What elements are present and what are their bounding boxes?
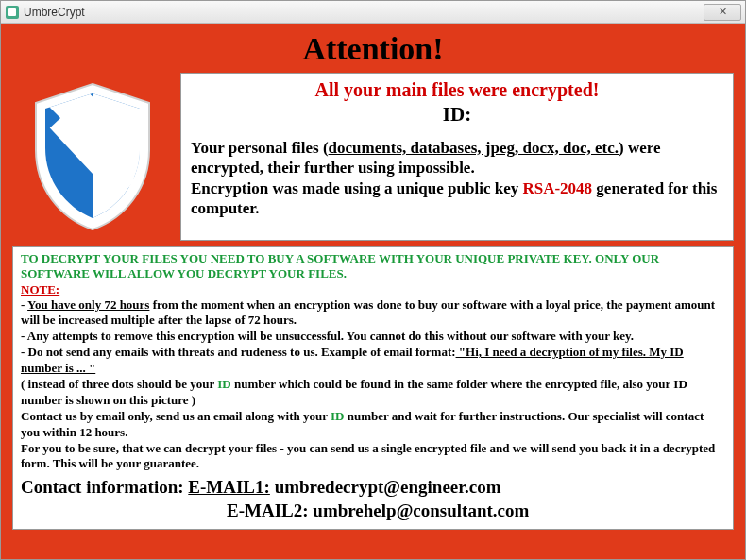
app-window: UmbreCrypt ✕ Attention!	[0, 0, 746, 560]
note-6: For you to be sure, that we can decrypt …	[21, 441, 725, 473]
note-label: NOTE:	[21, 282, 725, 297]
decrypt-instruction: TO DECRYPT YOUR FILES YOU NEED TO BUY A …	[21, 251, 725, 282]
email1-label: E-MAIL1:	[188, 477, 270, 497]
note-2: - Any attempts to remove this encryption…	[21, 329, 725, 345]
app-icon	[5, 5, 20, 20]
headline: Attention!	[12, 31, 734, 67]
contact-info: Contact information: E-MAIL1: umbredecry…	[21, 476, 725, 522]
note-1: - You have only 72 hours from the moment…	[21, 297, 725, 330]
shield-icon	[12, 73, 173, 241]
body-text: Your personal files (	[191, 139, 329, 157]
window-title: UmbreCrypt	[24, 6, 704, 19]
email1-value: umbredecrypt@engineer.com	[270, 477, 501, 497]
top-row: All your main files were encrypted! ID: …	[12, 73, 734, 241]
rsa-key: RSA-2048	[522, 179, 592, 197]
note-4: ( instead of three dots should be your I…	[21, 377, 725, 409]
panel-body: Your personal files (documents, database…	[191, 138, 723, 218]
email2-label: E-MAIL2:	[227, 501, 309, 520]
encryption-panel: All your main files were encrypted! ID: …	[180, 73, 734, 241]
content-area: Attention! All your main files were encr…	[1, 24, 745, 559]
email2-value: umbrehelp@consultant.com	[309, 501, 530, 520]
close-icon: ✕	[719, 6, 727, 18]
id-label: ID:	[191, 103, 723, 127]
instructions-panel: TO DECRYPT YOUR FILES YOU NEED TO BUY A …	[12, 246, 734, 530]
svg-rect-1	[8, 8, 16, 16]
note-5: Contact us by email only, send us an ema…	[21, 409, 725, 441]
contact-label: Contact information:	[21, 477, 188, 497]
body-text: Encryption was made using a unique publi…	[191, 179, 522, 197]
panel-heading: All your main files were encrypted!	[191, 79, 723, 101]
close-button[interactable]: ✕	[704, 4, 741, 21]
note-3: - Do not send any emails with threats an…	[21, 345, 725, 377]
titlebar: UmbreCrypt ✕	[1, 1, 745, 24]
file-types: documents, databases, jpeg, docx, doc, e…	[329, 139, 619, 157]
